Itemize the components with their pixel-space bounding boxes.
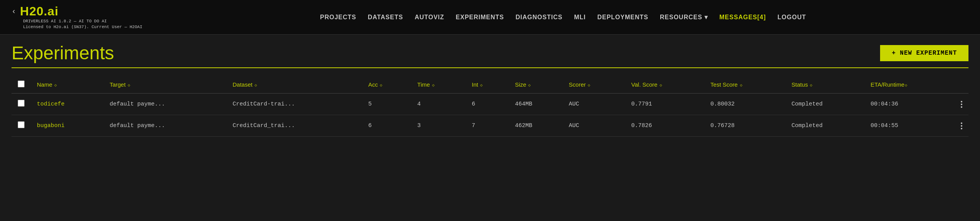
col-header-acc[interactable]: Acc ⬦: [362, 76, 411, 94]
cell-eta-runtime-1: 00:04:36: [864, 94, 955, 115]
row-checkbox-1[interactable]: [18, 100, 25, 107]
cell-actions-2[interactable]: [955, 115, 968, 137]
logo-top: ‹ H20.ai: [12, 4, 142, 18]
dot-2: [961, 104, 962, 105]
cell-test-score-1: 0.80032: [704, 94, 786, 115]
cell-time-2: 3: [411, 115, 466, 137]
logo-text[interactable]: H20.ai: [20, 4, 58, 18]
table-row: todicefe default payme... CreditCard-tra…: [12, 94, 968, 115]
dot-1: [961, 122, 962, 124]
row-actions-icon-2[interactable]: [961, 122, 962, 129]
new-experiment-button[interactable]: + NEW EXPERIMENT: [880, 45, 968, 61]
nav-item-messages[interactable]: MESSAGES[4]: [719, 14, 766, 21]
cell-scorer-2: AUC: [563, 115, 625, 137]
page-content: Experiments + NEW EXPERIMENT Name ⬦ Targ…: [0, 35, 980, 144]
cell-int-2: 7: [466, 115, 509, 137]
table-row: bugaboni default payme... CreditCard_tra…: [12, 115, 968, 137]
page-title: Experiments: [12, 42, 114, 64]
cell-target-1: default payme...: [103, 94, 226, 115]
nav-item-datasets[interactable]: DATASETS: [368, 14, 403, 21]
cell-status-1: Completed: [786, 94, 865, 115]
nav-item-resources[interactable]: RESOURCES ▾: [660, 13, 708, 21]
select-all-checkbox-cell[interactable]: [12, 76, 31, 94]
row-checkbox-cell-1[interactable]: [12, 94, 31, 115]
nav-item-logout[interactable]: LOGOUT: [777, 14, 806, 21]
page-header: Experiments + NEW EXPERIMENT: [12, 42, 968, 64]
col-header-val-score[interactable]: Val. Score ⬦: [625, 76, 704, 94]
divider: [12, 67, 968, 68]
cell-test-score-2: 0.76728: [704, 115, 786, 137]
nav-item-mli[interactable]: MLI: [574, 14, 586, 21]
col-header-actions: [955, 76, 968, 94]
experiments-table: Name ⬦ Target ⬦ Dataset ⬦ Acc ⬦ Time ⬦ I…: [12, 76, 968, 137]
col-header-target[interactable]: Target ⬦: [103, 76, 226, 94]
table-header-row: Name ⬦ Target ⬦ Dataset ⬦ Acc ⬦ Time ⬦ I…: [12, 76, 968, 94]
nav-item-autoviz[interactable]: AUTOVIZ: [415, 14, 444, 21]
col-header-size[interactable]: Size ⬦: [509, 76, 563, 94]
col-header-eta-runtime[interactable]: ETA/Runtime⬦: [864, 76, 955, 94]
logo-section: ‹ H20.ai DRIVERLESS AI 1.8.2 — AI TO DO …: [12, 4, 142, 30]
cell-status-2: Completed: [786, 115, 865, 137]
col-header-scorer[interactable]: Scorer ⬦: [563, 76, 625, 94]
col-header-status[interactable]: Status ⬦: [786, 76, 865, 94]
cell-acc-2: 6: [362, 115, 411, 137]
nav-item-experiments[interactable]: EXPERIMENTS: [456, 14, 504, 21]
header: ‹ H20.ai DRIVERLESS AI 1.8.2 — AI TO DO …: [0, 0, 980, 35]
cell-val-score-2: 0.7826: [625, 115, 704, 137]
select-all-checkbox[interactable]: [18, 80, 25, 87]
cell-name-1[interactable]: todicefe: [31, 94, 103, 115]
col-header-name[interactable]: Name ⬦: [31, 76, 103, 94]
cell-acc-1: 5: [362, 94, 411, 115]
nav-item-diagnostics[interactable]: DIAGNOSTICS: [516, 14, 563, 21]
row-actions-icon-1[interactable]: [961, 101, 962, 108]
col-header-test-score[interactable]: Test Score ⬦: [704, 76, 786, 94]
dot-1: [961, 101, 962, 102]
cell-name-2[interactable]: bugaboni: [31, 115, 103, 137]
back-chevron-icon[interactable]: ‹: [12, 7, 16, 16]
col-header-int[interactable]: Int ⬦: [466, 76, 509, 94]
nav-menu: PROJECTS DATASETS AUTOVIZ EXPERIMENTS DI…: [158, 13, 968, 21]
dot-3: [961, 106, 962, 108]
cell-actions-1[interactable]: [955, 94, 968, 115]
cell-dataset-2: CreditCard_trai...: [226, 115, 362, 137]
cell-size-2: 462MB: [509, 115, 563, 137]
cell-target-2: default payme...: [103, 115, 226, 137]
cell-int-1: 6: [466, 94, 509, 115]
dot-2: [961, 125, 962, 127]
cell-eta-runtime-2: 00:04:55: [864, 115, 955, 137]
cell-scorer-1: AUC: [563, 94, 625, 115]
col-header-time[interactable]: Time ⬦: [411, 76, 466, 94]
cell-size-1: 464MB: [509, 94, 563, 115]
cell-val-score-1: 0.7791: [625, 94, 704, 115]
row-checkbox-cell-2[interactable]: [12, 115, 31, 137]
cell-time-1: 4: [411, 94, 466, 115]
logo-subtitle: DRIVERLESS AI 1.8.2 — AI TO DO AI Licens…: [23, 18, 142, 30]
nav-item-deployments[interactable]: DEPLOYMENTS: [597, 14, 648, 21]
row-checkbox-2[interactable]: [18, 121, 25, 128]
col-header-dataset[interactable]: Dataset ⬦: [226, 76, 362, 94]
cell-dataset-1: CreditCard-trai...: [226, 94, 362, 115]
dot-3: [961, 128, 962, 129]
nav-item-projects[interactable]: PROJECTS: [320, 14, 356, 21]
